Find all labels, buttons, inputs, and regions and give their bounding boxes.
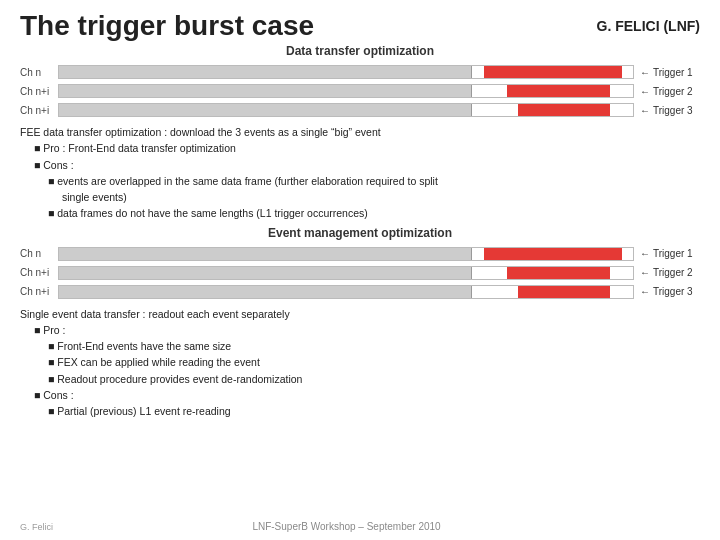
tb2-line4: ■ FEX can be applied while reading the e… [20, 354, 700, 370]
tb2-line5: ■ Readout procedure provides event de-ra… [20, 371, 700, 387]
bar-container-2: 32 samples [58, 84, 634, 98]
channel-row-2: Ch n+i 32 samples ← Trigger 2 [20, 83, 700, 99]
ch-label-2: Ch n+i [20, 86, 58, 97]
trigger-label-2: ← Trigger 2 [640, 86, 700, 97]
ch-label-6: Ch n+i [20, 286, 58, 297]
bar-container-6: 32 samples [58, 285, 634, 299]
trigger-label-1: ← Trigger 1 [640, 67, 700, 78]
arrow-icon-5: ← [640, 267, 650, 278]
trigger-label-3: ← Trigger 3 [640, 105, 700, 116]
bar-container-4: 32 samples [58, 247, 634, 261]
institution-label: G. FELICI (LNF) [597, 18, 700, 34]
bar-container-5: 32 samples [58, 266, 634, 280]
tb2-line3: ■ Front-End events have the same size [20, 338, 700, 354]
tb1-line3: ■ Cons : [20, 157, 700, 173]
footer-row: G. Felici LNF-SuperB Workshop – Septembe… [20, 521, 700, 532]
ch-label-1: Ch n [20, 67, 58, 78]
trigger-label-6: ← Trigger 3 [640, 286, 700, 297]
tb1-line2: ■ Pro : Front-End data transfer optimiza… [20, 140, 700, 156]
tb1-line5: single events) [20, 189, 700, 205]
section1-diagram: Data transfer optimization Ch n 32 sampl… [20, 44, 700, 118]
page-container: The trigger burst case G. FELICI (LNF) D… [0, 0, 720, 540]
tb1-line1: FEE data transfer optimization : downloa… [20, 124, 700, 140]
page-title: The trigger burst case [20, 10, 314, 42]
arrow-icon-3: ← [640, 105, 650, 116]
channel-row-4: Ch n 32 samples ← Trigger 1 [20, 246, 700, 262]
section2-title: Event management optimization [20, 226, 700, 240]
section2-diagram: Event management optimization Ch n 32 sa… [20, 226, 700, 300]
bar-container-3: 32 samples [58, 103, 634, 117]
channel-row-5: Ch n+i 32 samples ← Trigger 2 [20, 265, 700, 281]
tb2-line7: ■ Partial (previous) L1 event re-reading [20, 403, 700, 419]
footer-center: LNF-SuperB Workshop – September 2010 [252, 521, 440, 532]
bar-container-1: 32 samples [58, 65, 634, 79]
header-row: The trigger burst case G. FELICI (LNF) [20, 10, 700, 42]
channel-row-3: Ch n+i 32 samples ← Trigger 3 [20, 102, 700, 118]
channel-row-6: Ch n+i 32 samples ← Trigger 3 [20, 284, 700, 300]
arrow-icon-1: ← [640, 67, 650, 78]
footer-left: G. Felici [20, 522, 53, 532]
text-block-1: FEE data transfer optimization : downloa… [20, 124, 700, 222]
tb2-line1: Single event data transfer : readout eac… [20, 306, 700, 322]
section1-title: Data transfer optimization [20, 44, 700, 58]
tb1-line4: ■ events are overlapped in the same data… [20, 173, 700, 189]
tb2-line2: ■ Pro : [20, 322, 700, 338]
arrow-icon-4: ← [640, 248, 650, 259]
arrow-icon-2: ← [640, 86, 650, 97]
ch-label-4: Ch n [20, 248, 58, 259]
ch-label-5: Ch n+i [20, 267, 58, 278]
trigger-label-4: ← Trigger 1 [640, 248, 700, 259]
channel-row-1: Ch n 32 samples ← Trigger 1 [20, 64, 700, 80]
tb2-line6: ■ Cons : [20, 387, 700, 403]
trigger-label-5: ← Trigger 2 [640, 267, 700, 278]
tb1-line6: ■ data frames do not have the same lengt… [20, 205, 700, 221]
arrow-icon-6: ← [640, 286, 650, 297]
ch-label-3: Ch n+i [20, 105, 58, 116]
text-block-2: Single event data transfer : readout eac… [20, 306, 700, 420]
